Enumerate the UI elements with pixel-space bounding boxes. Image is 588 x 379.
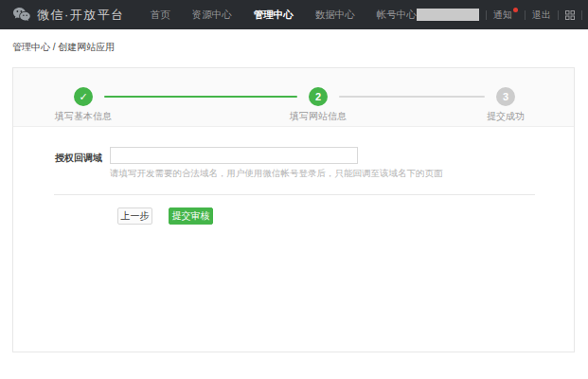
step-website-info: 2 填写网站信息 xyxy=(261,87,375,123)
step-1-label: 填写基本信息 xyxy=(27,110,140,123)
top-right-controls: 通知 退出 xyxy=(417,9,588,22)
notifications-label: 通知 xyxy=(493,9,512,22)
step-2-label: 填写网站信息 xyxy=(261,110,375,123)
stepper: ✓ 填写基本信息 2 填写网站信息 3 提交成功 xyxy=(13,68,574,127)
create-website-app-card: ✓ 填写基本信息 2 填写网站信息 3 提交成功 授权回调域 请填写开发需要的合… xyxy=(12,67,575,352)
notifications-link[interactable]: 通知 xyxy=(493,9,518,22)
step-3-marker: 3 xyxy=(496,87,515,106)
breadcrumb: 管理中心 / 创建网站应用 xyxy=(12,41,115,54)
step-3-label: 提交成功 xyxy=(449,110,562,123)
nav-resource-center[interactable]: 资源中心 xyxy=(192,9,232,22)
form-divider xyxy=(54,194,535,195)
callback-domain-input[interactable] xyxy=(110,147,358,164)
account-name-box xyxy=(417,9,479,21)
divider xyxy=(525,10,526,20)
logout-link[interactable]: 退出 xyxy=(532,9,551,22)
nav-account-center[interactable]: 帐号中心 xyxy=(377,9,417,22)
step-2-marker: 2 xyxy=(309,87,328,106)
divider xyxy=(486,10,487,20)
callback-domain-label: 授权回调域 xyxy=(55,152,102,165)
notification-badge-icon xyxy=(513,8,518,12)
step-submit-success: 3 提交成功 xyxy=(449,87,562,123)
top-navigation-bar: 微信·开放平台 首页 资源中心 管理中心 数据中心 帐号中心 通知 退出 xyxy=(0,0,588,29)
step-basic-info: ✓ 填写基本信息 xyxy=(27,87,140,123)
brand[interactable]: 微信·开放平台 xyxy=(12,7,125,24)
qr-code-icon[interactable] xyxy=(565,10,575,20)
wechat-open-platform-page: 微信·开放平台 首页 资源中心 管理中心 数据中心 帐号中心 通知 退出 xyxy=(0,0,588,379)
divider xyxy=(581,10,582,20)
main-nav: 首页 资源中心 管理中心 数据中心 帐号中心 xyxy=(151,9,417,22)
divider xyxy=(558,10,559,20)
nav-data-center[interactable]: 数据中心 xyxy=(315,9,355,22)
brand-title: 微信·开放平台 xyxy=(37,7,125,24)
nav-management-center[interactable]: 管理中心 xyxy=(254,9,294,22)
submit-review-button[interactable]: 提交审核 xyxy=(169,208,213,225)
wechat-logo-icon xyxy=(12,7,31,23)
step-1-check-icon: ✓ xyxy=(74,87,93,106)
nav-home[interactable]: 首页 xyxy=(151,9,170,22)
previous-step-button[interactable]: 上一步 xyxy=(117,208,152,225)
callback-domain-hint: 请填写开发需要的合法域名，用户使用微信帐号登录后，只能回调至该域名下的页面 xyxy=(110,168,443,180)
